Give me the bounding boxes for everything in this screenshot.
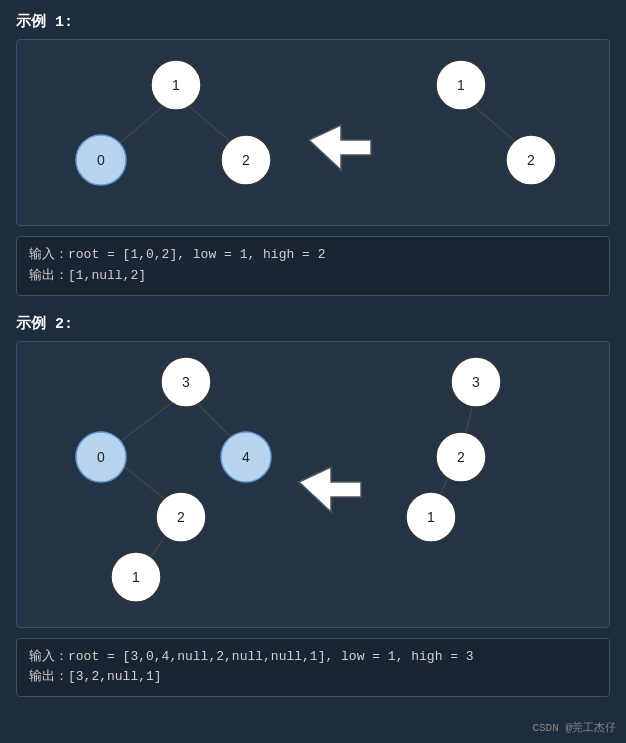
- svg-text:4: 4: [242, 449, 250, 465]
- svg-text:1: 1: [457, 77, 465, 93]
- section-label-1: 示例 1:: [16, 12, 610, 31]
- svg-marker-8: [309, 125, 371, 170]
- watermark: CSDN @莞工杰仔: [532, 720, 616, 735]
- svg-text:1: 1: [427, 509, 435, 525]
- svg-text:2: 2: [177, 509, 185, 525]
- svg-text:0: 0: [97, 449, 105, 465]
- example2-code: 输入：root = [3,0,4,null,2,null,null,1], lo…: [16, 638, 610, 698]
- svg-text:1: 1: [132, 569, 140, 585]
- example2-label: 示例 2:: [16, 314, 610, 333]
- svg-marker-28: [299, 467, 361, 512]
- example1-input: 输入：root = [1,0,2], low = 1, high = 2: [29, 245, 597, 266]
- example2-svg: 3 0 4 2 1 3 2 1: [31, 352, 621, 612]
- example1-code: 输入：root = [1,0,2], low = 1, high = 2 输出：…: [16, 236, 610, 296]
- svg-text:2: 2: [242, 152, 250, 168]
- svg-text:1: 1: [172, 77, 180, 93]
- example1-diagram: 1 0 2 1 2: [16, 39, 610, 226]
- example1-svg: 1 0 2 1 2: [31, 50, 611, 210]
- svg-text:2: 2: [527, 152, 535, 168]
- example2-input: 输入：root = [3,0,4,null,2,null,null,1], lo…: [29, 647, 597, 668]
- svg-text:3: 3: [472, 374, 480, 390]
- example2-diagram: 3 0 4 2 1 3 2 1: [16, 341, 610, 628]
- example1-output: 输出：[1,null,2]: [29, 266, 597, 287]
- section-label-2: 示例 2:: [16, 314, 610, 333]
- example1-label: 示例 1:: [16, 12, 610, 31]
- example2-output: 输出：[3,2,null,1]: [29, 667, 597, 688]
- svg-text:2: 2: [457, 449, 465, 465]
- svg-text:3: 3: [182, 374, 190, 390]
- svg-text:0: 0: [97, 152, 105, 168]
